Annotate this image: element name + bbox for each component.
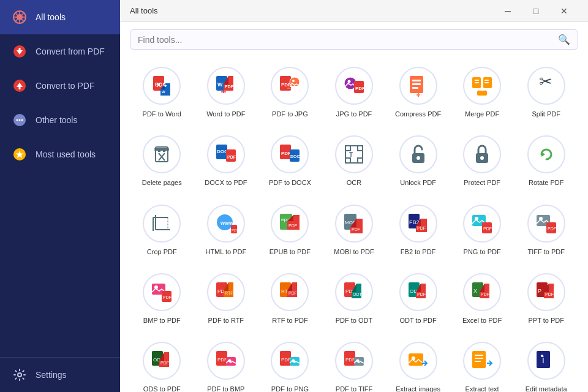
search-input-wrapper: 🔍 xyxy=(130,29,578,50)
sidebar-item-most-used-tools[interactable]: Most used tools xyxy=(0,137,120,172)
svg-rect-62 xyxy=(345,146,363,163)
sidebar-item-label: Convert to PDF xyxy=(36,81,94,91)
tool-label-ocr: OCR xyxy=(347,178,361,187)
tool-item-extract-text[interactable]: Extract text xyxy=(450,333,514,392)
tool-item-merge-pdf[interactable]: Merge PDF xyxy=(450,58,514,124)
tool-item-html-to-pdf[interactable]: wwwPDFHTML to PDF xyxy=(194,196,258,262)
tool-label-fb2-to-pdf: FB2 to PDF xyxy=(401,247,435,256)
close-button[interactable]: ✕ xyxy=(550,0,578,22)
tool-label-tiff-to-pdf: TIFF to PDF xyxy=(527,247,565,256)
tool-item-ocr[interactable]: TOCR xyxy=(322,127,386,193)
tool-icon-ocr: T xyxy=(335,135,373,173)
tool-label-pdf-to-docx: PDF to DOCX xyxy=(269,178,311,187)
tool-label-jpg-to-pdf: JPG to PDF xyxy=(336,110,372,118)
tool-icon-compress-pdf xyxy=(399,67,437,105)
svg-text:PDF: PDF xyxy=(281,151,291,156)
svg-text:PDF: PDF xyxy=(548,227,556,231)
tool-label-delete-pages: Delete pages xyxy=(142,178,182,187)
tool-item-pdf-to-jpg[interactable]: PDFPDF to JPG xyxy=(258,58,322,124)
svg-rect-52 xyxy=(163,149,165,152)
svg-rect-50 xyxy=(154,149,169,151)
tool-item-pdf-to-png[interactable]: PDFPDF to PNG xyxy=(258,333,322,392)
tool-item-split-pdf[interactable]: ✂Split PDF xyxy=(514,58,578,124)
svg-rect-158 xyxy=(472,351,486,368)
tool-item-docx-to-pdf[interactable]: DOCXPDFDOCX to PDF xyxy=(194,127,258,193)
maximize-button[interactable]: □ xyxy=(522,0,550,22)
svg-point-32 xyxy=(292,80,295,82)
tool-item-png-to-pdf[interactable]: PDFPNG to PDF xyxy=(450,196,514,262)
tool-item-protect-pdf[interactable]: Protect PDF xyxy=(450,127,514,193)
tool-label-pdf-to-jpg: PDF to JPG xyxy=(272,110,308,118)
window-controls: ─ □ ✕ xyxy=(494,0,578,22)
tool-label-ods-to-pdf: ODS to PDF xyxy=(143,385,181,392)
tool-icon-merge-pdf xyxy=(463,67,501,105)
svg-point-18 xyxy=(18,373,21,377)
sidebar-item-convert-to-pdf[interactable]: Convert to PDF xyxy=(0,69,120,103)
tool-item-pdf-to-odt[interactable]: PDFODTPDF to ODT xyxy=(322,265,386,331)
tool-item-mobi-to-pdf[interactable]: MOBIPDFMOBI to PDF xyxy=(322,196,386,262)
tool-item-ods-to-pdf[interactable]: ODSPDFODS to PDF xyxy=(130,333,194,392)
svg-text:PDF: PDF xyxy=(545,292,554,296)
svg-marker-72 xyxy=(541,152,545,157)
tool-item-tiff-to-pdf[interactable]: PDFTIFF to PDF xyxy=(514,196,578,262)
tool-icon-png-to-pdf: PDF xyxy=(463,205,501,243)
tool-label-word-to-pdf: Word to PDF xyxy=(206,110,245,118)
sidebar-item-other-tools[interactable]: Other tools xyxy=(0,103,120,137)
sidebar-item-convert-from-pdf[interactable]: Convert from PDF xyxy=(0,34,120,69)
tool-icon-odt-to-pdf: ODTPDF xyxy=(399,273,437,311)
tool-label-epub-to-pdf: EPUB to PDF xyxy=(270,247,311,256)
tool-icon-fb2-to-pdf: FB2PDF xyxy=(399,205,437,243)
tool-item-pdf-to-bmp[interactable]: PDFPDF to BMP xyxy=(194,333,258,392)
tool-item-extract-images[interactable]: Extract images xyxy=(386,333,450,392)
svg-point-13 xyxy=(17,119,18,121)
tool-item-ppt-to-pdf[interactable]: PPDFPPT to PDF xyxy=(514,265,578,331)
tool-item-rotate-pdf[interactable]: Rotate PDF xyxy=(514,127,578,193)
tool-item-crop-pdf[interactable]: Crop PDF xyxy=(130,196,194,262)
tool-item-delete-pages[interactable]: Delete pages xyxy=(130,127,194,193)
minimize-button[interactable]: ─ xyxy=(494,0,522,22)
svg-rect-53 xyxy=(154,148,169,149)
tool-icon-extract-images xyxy=(399,342,437,380)
tool-item-edit-metadata[interactable]: iEdit metadata xyxy=(514,333,578,392)
search-input[interactable] xyxy=(138,35,558,45)
tool-item-pdf-to-tiff[interactable]: PDFPDF to TIFF xyxy=(322,333,386,392)
sidebar-item-all-tools[interactable]: All tools xyxy=(0,0,120,34)
tool-item-compress-pdf[interactable]: Compress PDF xyxy=(386,58,450,124)
svg-rect-160 xyxy=(475,358,483,359)
tool-item-pdf-to-rtf[interactable]: PDFRTFPDF to RTF xyxy=(194,265,258,331)
tool-icon-bmp-to-pdf: PDF xyxy=(143,273,181,311)
svg-text:X: X xyxy=(473,288,477,294)
tool-label-ppt-to-pdf: PPT to PDF xyxy=(528,316,564,325)
tool-item-fb2-to-pdf[interactable]: FB2PDFFB2 to PDF xyxy=(386,196,450,262)
svg-text:✂: ✂ xyxy=(539,75,552,91)
tool-item-bmp-to-pdf[interactable]: PDFBMP to PDF xyxy=(130,265,194,331)
svg-text:PDF: PDF xyxy=(225,85,234,89)
sidebar: All tools Convert from PDF Convert to PD… xyxy=(0,0,120,392)
svg-point-164 xyxy=(541,355,543,357)
tool-label-edit-metadata: Edit metadata xyxy=(526,385,567,392)
tool-item-odt-to-pdf[interactable]: ODTPDFODT to PDF xyxy=(386,265,450,331)
svg-text:T: T xyxy=(349,151,353,158)
tool-item-excel-to-pdf[interactable]: XPDFExcel to PDF xyxy=(450,265,514,331)
sidebar-item-settings[interactable]: Settings xyxy=(0,358,120,392)
tool-icon-pdf-to-png: PDF xyxy=(271,342,309,380)
tool-item-unlock-pdf[interactable]: Unlock PDF xyxy=(386,127,450,193)
svg-text:PDF: PDF xyxy=(160,361,169,365)
svg-rect-39 xyxy=(412,83,421,85)
search-icon: 🔍 xyxy=(558,34,570,45)
tool-item-rtf-to-pdf[interactable]: RTFPDFRTF to PDF xyxy=(258,265,322,331)
tool-label-extract-text: Extract text xyxy=(466,385,499,392)
tool-item-pdf-to-docx[interactable]: PDFDOCXPDF to DOCX xyxy=(258,127,322,193)
tool-item-jpg-to-pdf[interactable]: PDFJPG to PDF xyxy=(322,58,386,124)
tool-icon-jpg-to-pdf: PDF xyxy=(335,67,373,105)
svg-rect-8 xyxy=(19,48,21,51)
tool-icon-ods-to-pdf: ODSPDF xyxy=(143,342,181,380)
svg-text:PDF: PDF xyxy=(417,292,426,296)
tool-label-pdf-to-bmp: PDF to BMP xyxy=(207,385,244,392)
tool-icon-pdf-to-bmp: PDF xyxy=(207,342,245,380)
svg-rect-11 xyxy=(19,86,21,89)
tool-item-epub-to-pdf[interactable]: epubPDFEPUB to PDF xyxy=(258,196,322,262)
tool-item-pdf-to-word[interactable]: PDFWPDF to Word xyxy=(130,58,194,124)
tool-label-split-pdf: Split PDF xyxy=(532,110,560,118)
tool-item-word-to-pdf[interactable]: WPDFWord to PDF xyxy=(194,58,258,124)
